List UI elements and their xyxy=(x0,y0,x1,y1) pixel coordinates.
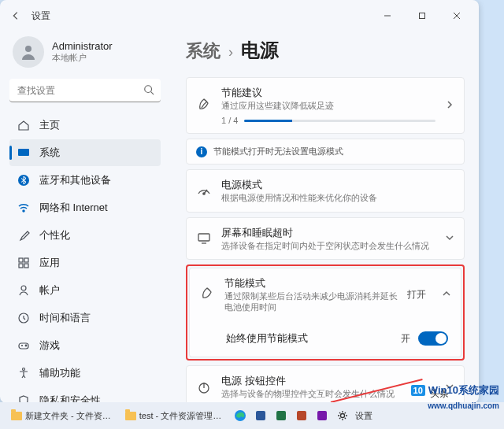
chevron-right-icon xyxy=(445,98,454,113)
toggle-switch[interactable] xyxy=(418,331,448,346)
card-title: 电源 按钮控件 xyxy=(221,374,435,388)
taskbar-item-folder2[interactable]: test - 文件资源管理… xyxy=(119,408,228,424)
svg-rect-13 xyxy=(24,264,28,268)
nav-personalization[interactable]: 个性化 xyxy=(9,222,161,249)
card-sub: 通过应用这些建议降低碳足迹 xyxy=(221,100,435,111)
power-icon xyxy=(196,379,212,395)
taskbar-settings-label[interactable]: 设置 xyxy=(355,410,372,422)
card-title: 屏幕和睡眠超时 xyxy=(221,226,435,240)
svg-point-5 xyxy=(145,86,152,93)
time-icon xyxy=(17,312,30,324)
nav-time[interactable]: 时间和语言 xyxy=(9,305,161,331)
card-sub: 选择设备在指定时间内处于空闲状态时会发生什么情况 xyxy=(221,240,435,251)
card-title: 电源模式 xyxy=(221,178,454,192)
svg-rect-12 xyxy=(19,264,23,268)
edge-icon[interactable] xyxy=(232,408,248,423)
app-icon[interactable] xyxy=(253,408,269,423)
card-title: 节能建议 xyxy=(221,86,435,100)
folder-icon xyxy=(125,412,136,420)
breadcrumb-parent[interactable]: 系统 xyxy=(186,39,220,63)
maximize-button[interactable] xyxy=(405,4,439,28)
card-sub: 选择与设备的物理控件交互时会发生什么情况 xyxy=(221,388,435,399)
nav-accessibility[interactable]: 辅助功能 xyxy=(9,360,161,386)
chevron-right-icon: › xyxy=(228,44,233,61)
svg-point-27 xyxy=(341,414,345,418)
toggle-label: 始终使用节能模式 xyxy=(226,331,401,346)
nav-accounts[interactable]: 帐户 xyxy=(9,277,161,304)
status-text: 打开 xyxy=(407,288,426,301)
svg-rect-7 xyxy=(18,149,29,156)
system-icon xyxy=(17,146,30,159)
user-block[interactable]: Administrator 本地帐户 xyxy=(9,31,161,79)
svg-point-14 xyxy=(21,286,26,290)
leaf-icon xyxy=(196,98,212,113)
nav: 主页 系统 蓝牙和其他设备 网络和 Internet 个性化 应用 帐户 时间和… xyxy=(9,112,161,403)
nav-privacy[interactable]: 隐私和安全性 xyxy=(9,387,161,403)
sidebar: Administrator 本地帐户 主页 系统 蓝牙和其他设备 网络和 Int… xyxy=(0,31,169,403)
info-icon: i xyxy=(196,146,207,157)
row-always-use-saver: 始终使用节能模式 开 xyxy=(189,320,461,357)
gear-icon[interactable] xyxy=(335,408,350,423)
svg-rect-1 xyxy=(420,13,425,19)
svg-rect-25 xyxy=(297,411,306,420)
svg-rect-24 xyxy=(276,411,286,420)
nav-home[interactable]: 主页 xyxy=(9,112,161,139)
toggle-state: 开 xyxy=(401,332,410,346)
svg-rect-10 xyxy=(19,258,23,262)
watermark: 10 Win10系统家园 xyxy=(411,383,499,398)
search-icon xyxy=(143,84,154,98)
watermark-brand: Win10系统家园 xyxy=(428,383,499,398)
svg-line-6 xyxy=(151,92,154,95)
highlight-energy-saver: 节能模式 通过限制某些后台活动来减少电源消耗并延长电池使用时间 打开 始终使用节… xyxy=(186,264,465,361)
info-strip: i 节能模式打开时无法设置电源模式 xyxy=(186,139,465,165)
avatar xyxy=(13,36,44,68)
svg-point-18 xyxy=(23,368,25,371)
nav-network[interactable]: 网络和 Internet xyxy=(9,194,161,221)
card-sub: 通过限制某些后台活动来减少电源消耗并延长电池使用时间 xyxy=(224,290,398,313)
accessibility-icon xyxy=(17,367,30,379)
app-icon[interactable] xyxy=(314,408,330,423)
back-button[interactable] xyxy=(5,5,27,27)
progress-label: 1 / 4 xyxy=(221,116,238,125)
progress-bar xyxy=(244,120,435,122)
user-name: Administrator xyxy=(52,40,113,52)
nav-system[interactable]: 系统 xyxy=(9,139,161,166)
svg-point-19 xyxy=(203,193,205,194)
main-pane: 系统 › 电源 节能建议 通过应用这些建议降低碳足迹 1 / 4 i xyxy=(169,31,479,403)
titlebar: 设置 xyxy=(0,0,479,31)
nav-bluetooth[interactable]: 蓝牙和其他设备 xyxy=(9,167,161,194)
watermark-badge: 10 xyxy=(411,385,425,396)
search-input[interactable] xyxy=(9,79,161,102)
account-icon xyxy=(17,284,30,297)
card-energy-saver[interactable]: 节能模式 通过限制某些后台活动来减少电源消耗并延长电池使用时间 打开 xyxy=(189,268,461,321)
svg-point-4 xyxy=(25,46,32,52)
card-screen-sleep[interactable]: 屏幕和睡眠超时 选择设备在指定时间内处于空闲状态时会发生什么情况 xyxy=(186,217,465,260)
chevron-down-icon xyxy=(445,231,454,246)
brush-icon xyxy=(17,229,30,242)
folder-icon xyxy=(11,412,22,420)
card-title: 节能模式 xyxy=(224,276,398,290)
window-title: 设置 xyxy=(32,9,50,23)
app-icon[interactable] xyxy=(294,408,309,423)
app-icon[interactable] xyxy=(273,408,289,423)
watermark-url: www.qdhuajin.com xyxy=(428,401,499,410)
chevron-up-icon xyxy=(442,287,451,301)
close-button[interactable] xyxy=(439,4,474,28)
svg-point-17 xyxy=(25,345,27,346)
minimize-button[interactable] xyxy=(370,4,405,28)
gaming-icon xyxy=(17,339,30,352)
user-sub: 本地帐户 xyxy=(52,52,113,64)
bluetooth-icon xyxy=(17,174,30,187)
wifi-icon xyxy=(17,202,30,214)
svg-rect-11 xyxy=(24,258,28,262)
breadcrumb-current: 电源 xyxy=(241,38,279,63)
nav-gaming[interactable]: 游戏 xyxy=(9,332,161,359)
card-energy-suggestions[interactable]: 节能建议 通过应用这些建议降低碳足迹 1 / 4 xyxy=(186,77,465,134)
home-icon xyxy=(17,119,30,131)
card-power-mode[interactable]: 电源模式 根据电源使用情况和性能来优化你的设备 xyxy=(186,169,465,212)
taskbar-item-folder1[interactable]: 新建文件夹 - 文件资… xyxy=(5,408,117,424)
search-box[interactable] xyxy=(9,79,161,102)
svg-rect-23 xyxy=(256,411,265,420)
nav-apps[interactable]: 应用 xyxy=(9,250,161,276)
card-sub: 根据电源使用情况和性能来优化你的设备 xyxy=(221,192,454,203)
